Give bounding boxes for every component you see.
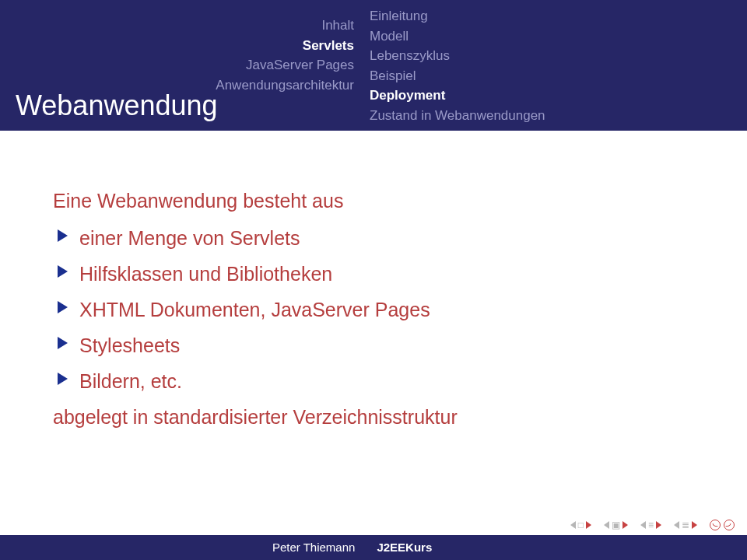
subsection-item[interactable]: Lebenszyklus: [370, 46, 545, 66]
list-item: Hilfsklassen und Bibliotheken: [53, 258, 700, 289]
section-item[interactable]: Inhalt: [216, 16, 354, 36]
subsection-item[interactable]: Modell: [370, 26, 545, 47]
bullet-icon: [58, 265, 68, 278]
prev-section-icon[interactable]: [674, 521, 679, 529]
list-item: einer Menge von Servlets: [53, 222, 700, 254]
nav-subsection-group: ≡: [640, 520, 661, 530]
undo-icon[interactable]: [710, 520, 721, 530]
prev-subsection-icon[interactable]: [640, 521, 646, 529]
nav-sections-left: Inhalt Servlets JavaServer Pages Anwendu…: [216, 16, 354, 95]
nav-subsections-right: Einleitung Modell Lebenszyklus Beispiel …: [370, 6, 545, 125]
next-subsection-icon[interactable]: [656, 521, 661, 529]
section-item[interactable]: Anwendungsarchitektur: [216, 75, 354, 96]
bullet-icon: [58, 301, 68, 313]
list-item: Bildern, etc.: [53, 366, 700, 397]
prev-slide-icon[interactable]: [570, 521, 576, 529]
nav-slide-group: □: [570, 520, 591, 530]
subsection-item[interactable]: Deployment: [370, 86, 545, 106]
section-item[interactable]: Servlets: [216, 36, 354, 56]
bullet-list: einer Menge von Servlets Hilfsklassen un…: [53, 222, 700, 397]
subsection-item[interactable]: Beispiel: [370, 66, 545, 86]
prev-frame-icon[interactable]: [604, 521, 609, 529]
list-item: Stylesheets: [53, 330, 700, 361]
bullet-icon: [58, 373, 68, 385]
list-item: XHTML Dokumenten, JavaServer Pages: [53, 294, 700, 325]
subsection-item[interactable]: Zustand in Webanwendungen: [370, 106, 545, 126]
section-item[interactable]: JavaServer Pages: [216, 55, 354, 75]
frame-box-icon: ▣: [612, 520, 620, 530]
subsection-item[interactable]: Einleitung: [370, 6, 545, 26]
nav-frame-group: ▣: [604, 520, 628, 530]
next-section-icon[interactable]: [692, 521, 697, 529]
slide-box-icon: □: [578, 520, 584, 530]
next-frame-icon[interactable]: [622, 521, 628, 529]
section-bars-icon: ≣: [682, 520, 689, 530]
slide-content: Eine Webanwendung besteht aus einer Meng…: [0, 131, 747, 432]
beamer-nav-controls: □ ▣ ≡ ≣: [570, 520, 735, 530]
next-slide-icon[interactable]: [586, 521, 591, 529]
footer-bar: Peter Thiemann J2EEKurs: [0, 535, 747, 560]
header-band: Inhalt Servlets JavaServer Pages Anwendu…: [0, 0, 747, 131]
subsection-bar-icon: ≡: [648, 520, 654, 530]
slide-title: Webanwendung: [16, 89, 218, 122]
footer-course: J2EEKurs: [366, 535, 747, 560]
redo-icon[interactable]: [724, 520, 735, 530]
bullet-icon: [58, 229, 68, 242]
footer-author: Peter Thiemann: [0, 535, 366, 560]
nav-section-group: ≣: [674, 520, 697, 530]
outro-line: abgelegt in standardisierter Verzeichnis…: [53, 401, 700, 432]
intro-line: Eine Webanwendung besteht aus: [53, 185, 700, 216]
bullet-icon: [58, 337, 68, 349]
nav-undo-redo: [710, 520, 735, 530]
